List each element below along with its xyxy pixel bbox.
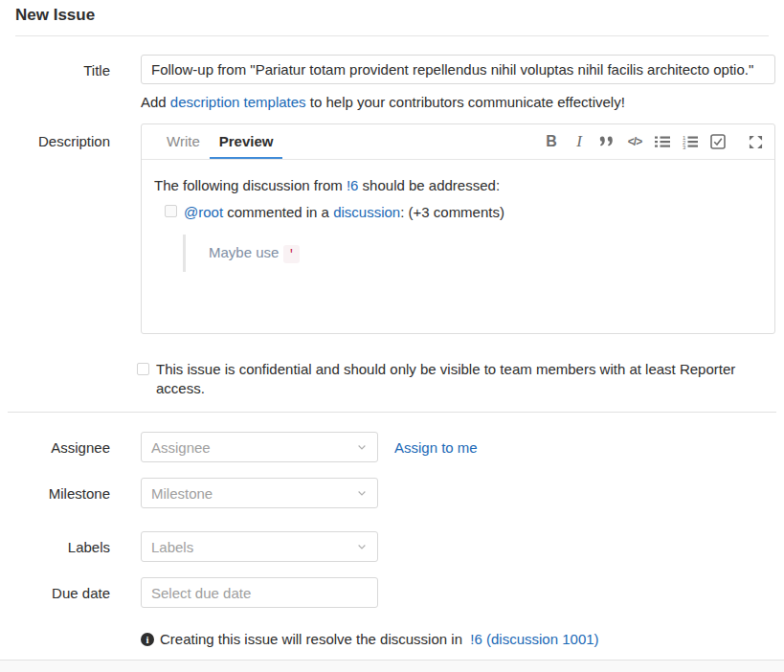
confidential-row: This issue is confidential and should on… <box>15 360 769 398</box>
labels-select[interactable]: Labels <box>141 531 378 562</box>
task-list-icon[interactable] <box>710 132 726 151</box>
bullet-list-icon[interactable] <box>655 132 670 151</box>
discussion-link[interactable]: discussion <box>333 204 400 220</box>
section-divider <box>8 412 776 413</box>
title-label: Title <box>15 55 110 110</box>
confidential-checkbox[interactable] <box>137 363 149 375</box>
chevron-down-icon <box>356 541 368 552</box>
new-issue-form: New Issue Title Add description template… <box>0 0 784 647</box>
resolve-note: i Creating this issue will resolve the d… <box>15 631 769 647</box>
labels-row: Labels Labels <box>15 531 769 562</box>
quote-icon[interactable] <box>599 132 615 151</box>
page-title: New Issue <box>15 0 769 25</box>
merge-request-link[interactable]: !6 <box>347 177 359 193</box>
markdown-editor: Write Preview B I </> <box>141 123 775 334</box>
chevron-down-icon <box>356 441 368 453</box>
task-checkbox[interactable] <box>165 205 177 217</box>
title-row: Title Add description templates to help … <box>15 55 769 110</box>
italic-icon[interactable]: I <box>571 132 587 151</box>
preview-line: The following discussion from !6 should … <box>154 176 762 194</box>
resolve-note-text: Creating this issue will resolve the dis… <box>160 631 599 647</box>
chevron-down-icon <box>356 487 368 499</box>
due-date-row: Due date <box>15 577 769 608</box>
form-actions-strip <box>0 660 784 672</box>
info-icon: i <box>141 633 154 646</box>
due-date-input[interactable] <box>141 577 378 608</box>
milestone-label: Milestone <box>15 484 110 503</box>
description-label: Description <box>15 110 110 334</box>
numbered-list-icon[interactable]: 1 2 3 <box>683 132 698 151</box>
milestone-row: Milestone Milestone <box>15 478 769 508</box>
tab-preview[interactable]: Preview <box>210 124 283 159</box>
user-link[interactable]: @root <box>184 204 223 220</box>
description-templates-link[interactable]: description templates <box>170 94 306 110</box>
editor-tabs: Write Preview <box>157 124 282 159</box>
tab-write[interactable]: Write <box>157 124 210 159</box>
assignee-row: Assignee Assignee Assign to me <box>15 432 769 462</box>
title-input[interactable] <box>141 55 775 84</box>
inline-code: ' <box>283 245 301 263</box>
task-text: @root commented in a discussion: (+3 com… <box>184 203 504 221</box>
title-help-text: Add description templates to help your c… <box>141 94 775 110</box>
quoted-comment: Maybe use ' <box>183 235 762 272</box>
editor-toolbar: B I </> <box>544 124 763 159</box>
labels-label: Labels <box>15 538 110 556</box>
assign-to-me-link[interactable]: Assign to me <box>394 439 478 456</box>
bold-icon[interactable]: B <box>544 132 559 151</box>
due-date-label: Due date <box>15 584 110 602</box>
fullscreen-icon[interactable] <box>748 132 763 151</box>
task-list-item: @root commented in a discussion: (+3 com… <box>165 203 762 221</box>
assignee-select[interactable]: Assignee <box>141 432 378 462</box>
svg-text:3: 3 <box>683 145 686 149</box>
confidential-label: This issue is confidential and should on… <box>156 360 742 398</box>
description-row: Description Write Preview B I <box>15 110 769 334</box>
code-icon[interactable]: </> <box>627 132 642 151</box>
resolve-discussion-link[interactable]: !6 (discussion 1001) <box>470 631 598 647</box>
title-divider <box>15 35 769 36</box>
markdown-editor-header: Write Preview B I </> <box>142 124 774 160</box>
assignee-label: Assignee <box>15 438 110 457</box>
milestone-select[interactable]: Milestone <box>141 478 378 508</box>
markdown-preview: The following discussion from !6 should … <box>142 160 774 288</box>
